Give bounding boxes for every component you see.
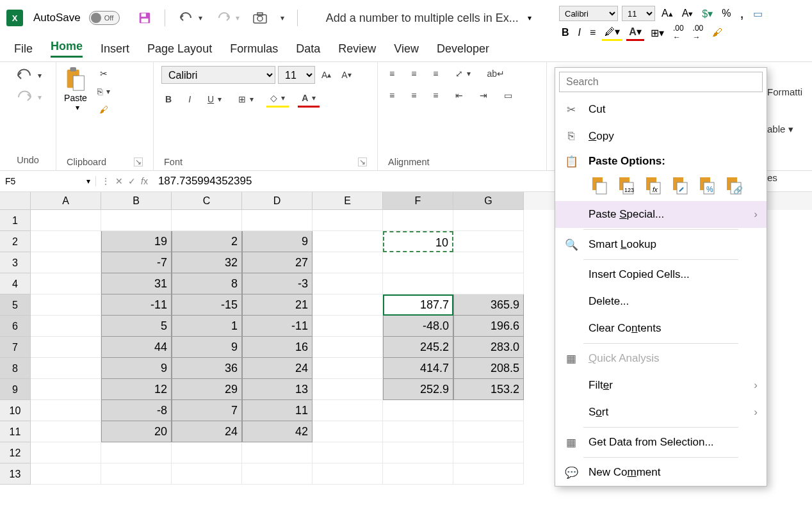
cell-B2[interactable]: 19 <box>101 231 172 252</box>
cell-C1[interactable] <box>172 210 242 231</box>
tab-review[interactable]: Review <box>338 42 376 56</box>
cell-B8[interactable]: 9 <box>101 358 172 379</box>
cell-G12[interactable] <box>453 442 524 463</box>
chevron-down-icon[interactable]: ▾ <box>86 177 90 186</box>
ctx-insert[interactable]: Insert Copied Cells... <box>555 261 767 288</box>
cell-A5[interactable] <box>31 294 101 316</box>
fill-color-icon[interactable]: 🖉▾ <box>602 24 622 41</box>
cell-B13[interactable] <box>101 463 172 485</box>
paste-formatting-icon[interactable]: % <box>697 175 717 196</box>
cell-B7[interactable]: 44 <box>101 337 172 358</box>
cell-A4[interactable] <box>31 273 101 294</box>
underline-button[interactable]: U▾ <box>204 92 225 107</box>
cell-C3[interactable]: 32 <box>172 252 242 273</box>
autosave-toggle[interactable]: Off <box>89 11 120 25</box>
ctx-clear[interactable]: Clear Contents <box>555 315 767 342</box>
cell-D10[interactable]: 11 <box>242 400 313 421</box>
cell-D6[interactable]: -11 <box>242 316 313 337</box>
col-header-G[interactable]: G <box>453 192 524 210</box>
cell-B12[interactable] <box>101 442 172 463</box>
cell-F5[interactable]: 187.7 <box>383 294 453 316</box>
cell-G13[interactable] <box>453 463 524 485</box>
cell-E4[interactable] <box>313 273 383 294</box>
cell-B3[interactable]: -7 <box>101 252 172 273</box>
bold-button[interactable]: B <box>161 92 175 107</box>
cell-A8[interactable] <box>31 358 101 379</box>
mini-font-size[interactable]: 11 <box>622 6 655 21</box>
bold-icon[interactable]: B <box>559 26 572 40</box>
cell-E1[interactable] <box>313 210 383 231</box>
cell-A3[interactable] <box>31 252 101 273</box>
cell-D12[interactable] <box>242 442 313 463</box>
ctx-new-comment[interactable]: 💬New Comment <box>555 459 767 486</box>
align-middle-button[interactable]: ≡ <box>407 66 420 81</box>
ctx-cut[interactable]: ✂Cut <box>555 96 767 123</box>
tab-developer[interactable]: Developer <box>437 42 489 56</box>
cell-B11[interactable]: 20 <box>101 421 172 442</box>
cell-G11[interactable] <box>453 421 524 442</box>
cell-G10[interactable] <box>453 400 524 421</box>
cell-D2[interactable]: 9 <box>242 231 313 252</box>
redo-button[interactable]: ▾ <box>211 9 243 27</box>
cell-E6[interactable] <box>313 316 383 337</box>
cell-B5[interactable]: -11 <box>101 294 172 316</box>
cell-C4[interactable]: 8 <box>172 273 242 294</box>
row-header[interactable]: 8 <box>0 358 31 379</box>
paste-button[interactable]: Paste <box>64 93 87 103</box>
cell-A2[interactable] <box>31 231 101 252</box>
cell-C7[interactable]: 9 <box>172 337 242 358</box>
undo-button[interactable]: ▾ <box>11 66 45 85</box>
context-search[interactable] <box>559 72 763 92</box>
cell-C10[interactable]: 7 <box>172 400 242 421</box>
cell-B1[interactable] <box>101 210 172 231</box>
col-header-B[interactable]: B <box>101 192 172 210</box>
increase-decimal-icon[interactable]: .00← <box>670 22 686 43</box>
decrease-font-button[interactable]: A▾ <box>337 67 355 83</box>
cell-E7[interactable] <box>313 337 383 358</box>
redo-button[interactable]: ▾ <box>11 88 45 107</box>
decrease-font-icon[interactable]: A▾ <box>679 6 696 20</box>
cell-F11[interactable] <box>383 421 453 442</box>
cell-A7[interactable] <box>31 337 101 358</box>
cell-G8[interactable]: 208.5 <box>453 358 524 379</box>
cell-F1[interactable] <box>383 210 453 231</box>
cell-G9[interactable]: 153.2 <box>453 379 524 400</box>
fx-icon[interactable]: fx <box>141 176 148 186</box>
percent-icon[interactable]: % <box>719 6 733 20</box>
fill-color-button[interactable]: ◇▾ <box>266 90 289 108</box>
clipboard-launcher[interactable]: ↘ <box>134 157 143 166</box>
align-left-button[interactable]: ≡ <box>386 88 398 103</box>
document-title[interactable]: Add a number to multiple cells in Ex... <box>326 12 519 25</box>
cell-G2[interactable] <box>453 231 524 252</box>
cell-G1[interactable] <box>453 210 524 231</box>
cell-E10[interactable] <box>313 400 383 421</box>
cut-button[interactable]: ✂ <box>93 66 114 81</box>
cell-F12[interactable] <box>383 442 453 463</box>
cell-C8[interactable]: 36 <box>172 358 242 379</box>
cell-F10[interactable] <box>383 400 453 421</box>
row-header[interactable]: 10 <box>0 400 31 421</box>
comma-icon[interactable]: , <box>737 4 746 23</box>
cell-D5[interactable]: 21 <box>242 294 313 316</box>
tab-page-layout[interactable]: Page Layout <box>147 42 212 56</box>
copy-button[interactable]: ⎘▾ <box>93 84 114 99</box>
cell-F7[interactable]: 245.2 <box>383 337 453 358</box>
col-header-F[interactable]: F <box>383 192 453 210</box>
cell-F8[interactable]: 414.7 <box>383 358 453 379</box>
title-dropdown[interactable]: ▾ <box>528 13 532 22</box>
row-header[interactable]: 13 <box>0 463 31 485</box>
cell-D13[interactable] <box>242 463 313 485</box>
row-header[interactable]: 1 <box>0 210 31 231</box>
cell-D3[interactable]: 27 <box>242 252 313 273</box>
font-launcher[interactable]: ↘ <box>358 157 367 166</box>
cell-F2[interactable]: 10 <box>383 231 453 252</box>
cell-G7[interactable]: 283.0 <box>453 337 524 358</box>
align-center-button[interactable]: ≡ <box>407 88 420 103</box>
orientation-button[interactable]: ⤢▾ <box>451 66 475 81</box>
decrease-decimal-icon[interactable]: .00→ <box>690 22 706 43</box>
cell-E8[interactable] <box>313 358 383 379</box>
cell-G6[interactable]: 196.6 <box>453 316 524 337</box>
cell-E12[interactable] <box>313 442 383 463</box>
cell-B10[interactable]: -8 <box>101 400 172 421</box>
row-header[interactable]: 11 <box>0 421 31 442</box>
